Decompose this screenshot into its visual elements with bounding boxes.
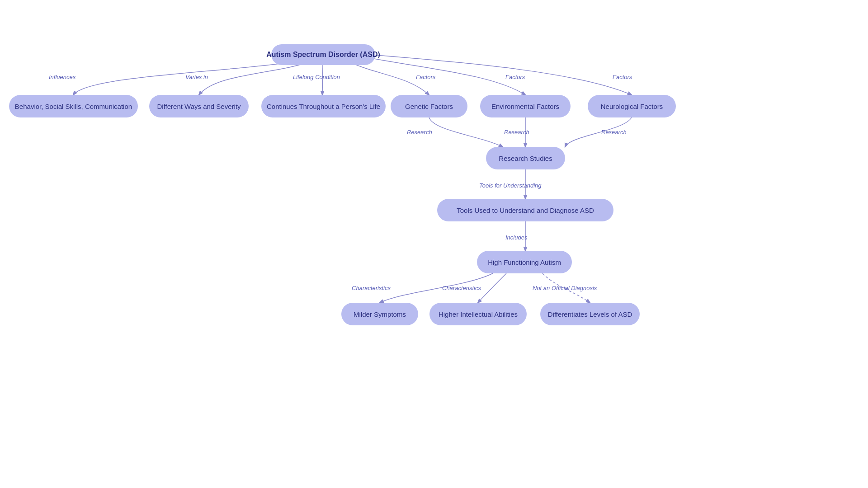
- research-node: Research Studies: [486, 147, 565, 169]
- genetic-node: Genetic Factors: [391, 95, 467, 117]
- includes-label: Includes: [505, 234, 527, 241]
- research1-label: Research: [407, 129, 432, 136]
- behavior-node: Behavior, Social Skills, Communication: [9, 95, 138, 117]
- influences-label: Influences: [49, 74, 75, 80]
- char1-label: Characteristics: [352, 285, 391, 291]
- milder-node: Milder Symptoms: [341, 303, 418, 325]
- not-official-label: Not an Official Diagnosis: [533, 285, 597, 291]
- varies-in-label: Varies in: [185, 74, 208, 80]
- research3-label: Research: [601, 129, 627, 136]
- lifelong-label: Lifelong Condition: [293, 74, 340, 80]
- factors3-label: Factors: [613, 74, 632, 80]
- different-node: Different Ways and Severity: [149, 95, 249, 117]
- factors2-label: Factors: [505, 74, 525, 80]
- higher-node: Higher Intellectual Abilities: [429, 303, 527, 325]
- neurological-node: Neurological Factors: [588, 95, 676, 117]
- hfa-node: High Functioning Autism: [477, 251, 572, 273]
- char2-label: Characteristics: [442, 285, 481, 291]
- factors1-label: Factors: [416, 74, 435, 80]
- tools-for-label: Tools for Understanding: [479, 182, 542, 189]
- research2-label: Research: [504, 129, 529, 136]
- environmental-node: Environmental Factors: [480, 95, 571, 117]
- differentiates-node: Differentiates Levels of ASD: [540, 303, 640, 325]
- tools-node: Tools Used to Understand and Diagnose AS…: [437, 199, 613, 221]
- continues-node: Continues Throughout a Person's Life: [261, 95, 386, 117]
- root-node: Autism Spectrum Disorder (ASD): [271, 44, 375, 65]
